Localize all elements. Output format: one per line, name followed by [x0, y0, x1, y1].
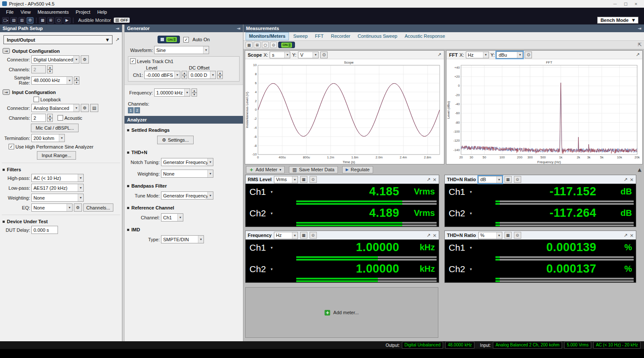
- levels-track-checkbox[interactable]: ✓: [130, 58, 136, 64]
- monitors-on-toggle[interactable]: ON: [278, 42, 295, 48]
- scope-settings-icon[interactable]: ⊙: [320, 52, 328, 58]
- spin-up-icon[interactable]: ▲: [217, 71, 223, 75]
- channel-2-button[interactable]: 2: [134, 107, 140, 113]
- fft-x-unit-select[interactable]: Hz ▾: [466, 52, 489, 58]
- spin-up-icon[interactable]: ▲: [74, 76, 79, 81]
- tune-mode-select[interactable]: Generator Frequency ▾: [161, 191, 213, 200]
- input-channels-spinner[interactable]: ▲ ▼: [47, 114, 53, 122]
- channel-select[interactable]: Ch2▾: [445, 264, 493, 274]
- channel-1-button[interactable]: 1: [128, 107, 134, 113]
- signal-path-selector[interactable]: Input/Output ▼: [3, 35, 112, 44]
- collapse-icon[interactable]: ▲: [638, 167, 641, 173]
- input-channels-field[interactable]: 2: [31, 114, 46, 122]
- add-meter-button[interactable]: + Add Meter ▾: [246, 166, 285, 173]
- eq-select[interactable]: None ▾: [31, 203, 73, 212]
- meter-bars-icon[interactable]: ▦: [504, 176, 512, 183]
- regulate-icon[interactable]: ▶: [64, 17, 70, 24]
- channel-select[interactable]: Ch1▾: [246, 187, 294, 197]
- scope-y-unit-select[interactable]: V ▾: [298, 52, 319, 58]
- new-project-icon[interactable]: □▾: [2, 17, 9, 24]
- spin-down-icon[interactable]: ▼: [47, 118, 53, 122]
- level-select[interactable]: -0.000 dBFS ▾: [144, 71, 180, 79]
- meter-bars-icon[interactable]: ▦: [504, 232, 512, 239]
- loopback-checkbox[interactable]: [33, 97, 39, 102]
- tab-recorder[interactable]: Recorder: [328, 33, 353, 40]
- termination-select[interactable]: 200 kohm ▾: [31, 134, 65, 142]
- scope-x-unit-select[interactable]: s ▾: [270, 52, 290, 58]
- spin-down-icon[interactable]: ▼: [47, 70, 53, 74]
- input-connector-settings-icon[interactable]: ⚙: [81, 104, 89, 112]
- spin-up-icon[interactable]: ▲: [47, 114, 53, 118]
- popout-icon[interactable]: ↗: [636, 52, 640, 58]
- output-channels-spinner[interactable]: ▲ ▼: [47, 65, 53, 73]
- frequency-spinner[interactable]: ▲ ▼: [191, 88, 197, 97]
- meter-settings-icon[interactable]: ⊙: [310, 232, 317, 239]
- save-icon[interactable]: ▥: [18, 17, 25, 24]
- popout-icon[interactable]: ↗: [624, 233, 628, 238]
- menu-view[interactable]: View: [17, 9, 34, 15]
- add-meter-dropzone[interactable]: + Add meter...: [245, 287, 438, 338]
- channel-select[interactable]: Ch2▾: [246, 264, 294, 274]
- monitor-settings-icon[interactable]: ⊙: [270, 42, 277, 48]
- popout-icon[interactable]: ↗: [427, 177, 431, 182]
- channel-select[interactable]: Ch1▾: [246, 243, 294, 253]
- close-icon[interactable]: ×: [634, 2, 638, 6]
- meters-icon[interactable]: ⊞: [47, 17, 54, 24]
- audible-monitor-off-toggle[interactable]: OFF: [114, 18, 130, 23]
- layout-icon[interactable]: ▦: [246, 42, 252, 48]
- spin-up-icon[interactable]: ▲: [47, 65, 53, 70]
- menu-file[interactable]: File: [3, 9, 17, 15]
- tab-monitors-meters[interactable]: Monitors/Meters: [246, 32, 289, 40]
- spin-up-icon[interactable]: ▲: [182, 71, 187, 75]
- mic-cal-button[interactable]: Mic Cal / dBSPL...: [31, 124, 79, 132]
- auto-on-checkbox[interactable]: ✓: [183, 37, 189, 42]
- settings-gear-icon[interactable]: ⚙: [27, 17, 33, 24]
- eq-channels-button[interactable]: Channels...: [83, 203, 113, 212]
- menu-measurements[interactable]: Measurements: [34, 9, 72, 15]
- spin-down-icon[interactable]: ▼: [182, 75, 187, 79]
- eq-settings-icon[interactable]: ⚙: [74, 203, 82, 212]
- settle-clock-icon[interactable]: ○: [55, 17, 62, 24]
- maximize-icon[interactable]: □: [624, 2, 628, 6]
- menu-project[interactable]: Project: [72, 9, 94, 15]
- meter-bars-icon[interactable]: ▦: [300, 232, 307, 239]
- notch-tuning-select[interactable]: Generator Frequency ▾: [161, 158, 213, 166]
- input-range-button[interactable]: Input Range...: [37, 151, 76, 160]
- imd-type-select[interactable]: SMPTE/DIN ▾: [161, 235, 204, 243]
- tab-continuous-sweep[interactable]: Continuous Sweep: [355, 33, 400, 40]
- channel-select[interactable]: Ch1▾: [445, 243, 493, 253]
- output-connector-select[interactable]: Digital Unbalanced ▾: [31, 55, 79, 64]
- high-performance-checkbox[interactable]: ✓: [9, 144, 14, 149]
- meters-icon[interactable]: ⊞: [254, 42, 261, 48]
- meter-unit-select[interactable]: Vrms ▾: [274, 176, 298, 183]
- meter-bars-icon[interactable]: ▦: [300, 176, 307, 183]
- settle-icon[interactable]: ○: [262, 42, 269, 48]
- meter-unit-select[interactable]: Hz ▾: [274, 232, 298, 239]
- dock-icon[interactable]: ⇥: [638, 26, 641, 31]
- popout-icon[interactable]: ↗: [115, 37, 119, 42]
- close-icon[interactable]: ×: [433, 233, 437, 238]
- popout-icon[interactable]: ↗: [437, 52, 441, 58]
- generator-on-toggle[interactable]: ON: [158, 36, 180, 43]
- open-icon[interactable]: ▤: [10, 17, 17, 24]
- meter-unit-select[interactable]: % ▾: [478, 232, 502, 239]
- input-connector-select[interactable]: Analog Balanced ▾: [31, 104, 79, 112]
- channel-select[interactable]: Ch2▾: [445, 208, 493, 218]
- waveform-select[interactable]: Sine ▾: [154, 46, 209, 54]
- meter-settings-icon[interactable]: ⊙: [514, 176, 521, 183]
- acoustic-checkbox[interactable]: [58, 115, 63, 121]
- meter-unit-select[interactable]: dB ▾: [478, 176, 502, 183]
- dock-icon[interactable]: ⇥: [116, 26, 119, 31]
- tab-acoustic-response[interactable]: Acoustic Response: [401, 33, 448, 40]
- low-pass-select[interactable]: AES17 (20 kHz) ▾: [31, 184, 84, 192]
- output-connector-settings-icon[interactable]: ⚙: [81, 55, 89, 64]
- dc-offset-select[interactable]: 0.000 D ▾: [188, 71, 216, 79]
- spin-up-icon[interactable]: ▲: [191, 88, 197, 93]
- sample-rate-spinner[interactable]: ▲ ▼: [74, 76, 79, 85]
- minimize-icon[interactable]: —: [613, 2, 617, 6]
- settled-settings-button[interactable]: ⚙ Settings...: [157, 136, 194, 144]
- regulate-button[interactable]: ▶ Regulate: [342, 166, 373, 173]
- close-icon[interactable]: ×: [433, 177, 437, 182]
- sample-rate-select[interactable]: 48.0000 kHz ▾: [31, 76, 73, 85]
- fft-settings-icon[interactable]: ⊙: [525, 52, 532, 58]
